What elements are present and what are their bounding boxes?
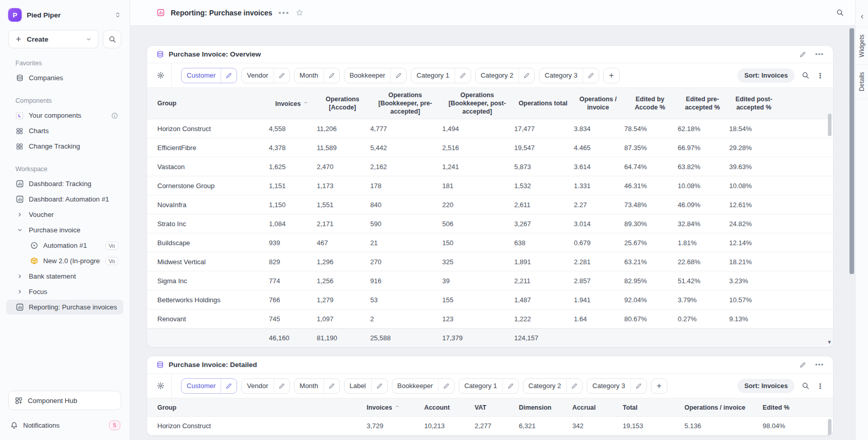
column-header-edited-by-accode[interactable]: Edited by Accode % [623, 92, 677, 115]
pencil-icon[interactable] [221, 379, 237, 393]
table-row[interactable]: Renovant7451,09721231,2221.6480.67%0.27%… [147, 309, 833, 328]
column-header-dimension[interactable]: Dimension [518, 400, 571, 415]
pencil-icon[interactable] [371, 379, 387, 393]
column-header-account[interactable]: Account [423, 400, 474, 415]
pencil-icon[interactable] [274, 68, 290, 83]
table-row[interactable]: Horizon Construct3,72910,2132,2776,32134… [147, 417, 833, 435]
page-menu-button[interactable]: ••• [279, 8, 290, 17]
sidebar-item-change-tracking[interactable]: Change Tracking [6, 139, 123, 154]
sidebar-item-dashboard-tracking[interactable]: Dashboard: Tracking [6, 176, 123, 191]
collapse-panel-button[interactable] [856, 6, 868, 27]
filter-chip-category-3[interactable]: Category 3 [587, 378, 647, 394]
add-filter-button[interactable]: + [603, 68, 620, 83]
sidebar-item-charts[interactable]: Charts [6, 123, 123, 138]
filter-chip-category-1[interactable]: Category 1 [411, 68, 471, 83]
filter-chip-vendor[interactable]: Vendor [241, 378, 290, 394]
pencil-icon[interactable] [566, 379, 582, 393]
add-filter-button[interactable]: + [651, 378, 667, 394]
filter-chip-category-2[interactable]: Category 2 [475, 68, 535, 83]
pencil-icon[interactable] [221, 68, 237, 83]
sidebar-item-reporting-purchase-invoices[interactable]: Reporting: Purchase invoices [6, 300, 123, 315]
pencil-icon[interactable] [390, 68, 406, 83]
component-hub-button[interactable]: Component Hub [8, 391, 121, 410]
pencil-icon[interactable] [323, 68, 339, 83]
sidebar-item-automation-1[interactable]: Automation #1Vo [6, 238, 123, 253]
sort-button[interactable]: Sort: Invoices [737, 379, 794, 393]
column-header-total[interactable]: Total [622, 400, 683, 415]
star-icon[interactable] [296, 9, 303, 16]
sidebar-item-voucher[interactable]: Voucher [6, 207, 123, 222]
main-scrollbar[interactable] [849, 28, 854, 274]
workspace-selector-icon[interactable] [114, 11, 121, 19]
pencil-icon[interactable] [518, 68, 534, 83]
table-row[interactable]: Horizon Construct4,55811,2064,7771,49417… [147, 119, 833, 138]
filter-chip-category-3[interactable]: Category 3 [539, 68, 599, 83]
workspace-switcher[interactable]: P Pied Piper [0, 6, 130, 23]
pencil-icon[interactable] [502, 379, 518, 393]
table-row[interactable]: EfficientFibre4,37811,5895,4422,51619,54… [147, 138, 833, 157]
sidebar-item-dashboard-automation-1[interactable]: Dashboard: Automation #1 [6, 192, 123, 207]
edit-card-button[interactable] [799, 361, 806, 369]
card-menu-button[interactable]: ••• [815, 361, 824, 369]
sidebar-item-bank-statement[interactable]: Bank statement [6, 269, 123, 284]
filter-chip-label[interactable]: Label [344, 378, 388, 394]
pencil-icon[interactable] [630, 379, 646, 393]
filter-chip-vendor[interactable]: Vendor [241, 68, 290, 83]
column-header-vat[interactable]: VAT [474, 400, 518, 415]
filter-chip-bookkeeper[interactable]: Bookkeeper [344, 68, 407, 83]
rail-tab-widgets[interactable]: Widgets [856, 27, 868, 64]
filter-chip-customer[interactable]: Customer [181, 378, 237, 394]
column-header-edited[interactable]: Edited % [762, 400, 821, 415]
table-row[interactable]: Sigma Inc7741,256916392,2112.85782.95%51… [147, 271, 833, 290]
rail-tab-details[interactable]: Details [856, 64, 868, 99]
table-row[interactable]: Cornerstone Group1,1511,1731781811,5321.… [147, 176, 833, 195]
column-header-operations-total[interactable]: Operations total [513, 96, 573, 111]
column-header-operations-invoice[interactable]: Operations / invoice [683, 400, 762, 415]
filter-chip-category-1[interactable]: Category 1 [459, 378, 519, 394]
sidebar-item-focus[interactable]: Focus [6, 284, 123, 299]
table-row[interactable]: Vastacon1,6252,4702,1621,2415,8733.61464… [147, 157, 833, 176]
column-header-operations-bookkeeper-pre-accepted[interactable]: Operations [Bookkeeper, pre-accepted] [369, 88, 441, 119]
table-scrollbar-thumb[interactable] [828, 419, 831, 436]
filter-chip-month[interactable]: Month [294, 378, 340, 394]
table-row[interactable]: Betterworks Holdings7661,279531551,4871.… [147, 290, 833, 309]
sidebar-item-companies[interactable]: Companies [6, 70, 123, 85]
table-search-icon[interactable] [802, 382, 809, 390]
card-menu-button[interactable]: ••• [815, 50, 824, 58]
info-icon[interactable] [111, 112, 118, 119]
pencil-icon[interactable] [583, 68, 599, 83]
gear-icon[interactable] [154, 374, 172, 398]
pencil-icon[interactable] [455, 68, 471, 83]
pencil-icon[interactable] [274, 379, 290, 393]
edit-card-button[interactable] [799, 51, 806, 58]
pencil-icon[interactable] [438, 379, 454, 393]
sidebar-search-button[interactable] [103, 30, 121, 48]
table-row[interactable]: NovaInfra1,1501,5518402202,6112.2773.48%… [147, 195, 833, 214]
filter-chip-bookkeeper[interactable]: Bookkeeper [392, 378, 455, 394]
table-scrollbar-thumb[interactable] [828, 114, 831, 136]
sidebar-item-new-2-0-in-progress[interactable]: New 2.0 (In-progress)Vo [6, 253, 123, 268]
create-button[interactable]: Create [8, 30, 99, 48]
column-header-edited-post-accepted[interactable]: Edited post-accepted % [728, 92, 780, 115]
table-scroll-down-icon[interactable]: ▼ [827, 339, 832, 345]
column-header-group[interactable]: Group [147, 400, 366, 415]
column-header-invoices[interactable]: Invoices [268, 96, 316, 111]
gear-icon[interactable] [154, 63, 172, 87]
column-header-invoices[interactable]: Invoices [366, 400, 423, 415]
column-header-operations-accode[interactable]: Operations [Accode] [316, 92, 369, 115]
topbar-search-icon[interactable] [836, 9, 844, 16]
column-header-operations-bookkeeper-post-accepted[interactable]: Operations [Bookkeeper, post-accepted] [441, 88, 513, 119]
pencil-icon[interactable] [323, 379, 339, 393]
notifications-item[interactable]: Notifications 5 [8, 417, 121, 433]
column-header-operations-invoice[interactable]: Operations / invoice [573, 92, 623, 115]
filter-chip-customer[interactable]: Customer [181, 68, 237, 83]
kebab-menu-icon[interactable]: ⋮ [817, 382, 824, 390]
sidebar-item-purchase-invoice[interactable]: Purchase invoice [6, 223, 123, 237]
column-header-group[interactable]: Group [147, 96, 268, 111]
column-header-accrual[interactable]: Accrual [571, 400, 622, 415]
table-row[interactable]: Midwest Vertical8291,2962703251,8912.281… [147, 252, 833, 271]
table-row[interactable]: Strato Inc1,0842,1715905063,2673.01489.3… [147, 214, 833, 233]
table-row[interactable]: Buildscape939467211506380.67925.67%1.81%… [147, 233, 833, 252]
sort-button[interactable]: Sort: Invoices [737, 68, 794, 83]
kebab-menu-icon[interactable]: ⋮ [817, 71, 824, 80]
